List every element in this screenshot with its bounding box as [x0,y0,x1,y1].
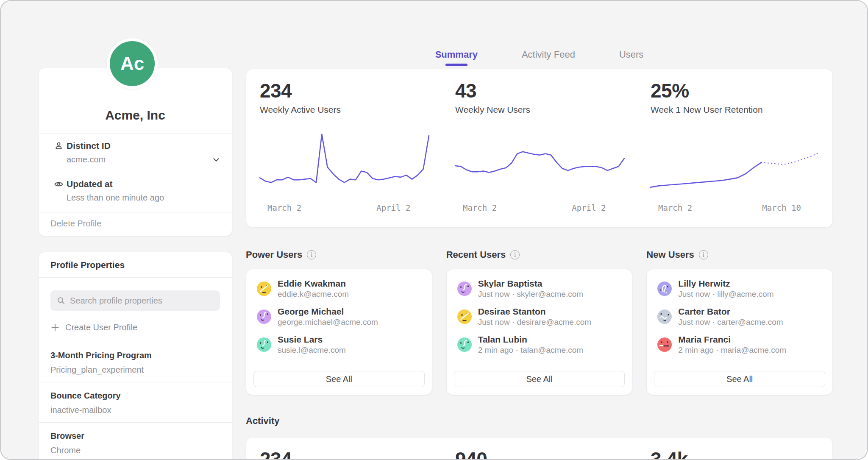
user-name: Carter Bator [678,306,783,317]
user-lists-row: Power Users Eddie Kwakman eddie.k@acme.c… [246,248,833,395]
user-name: Lilly Herwitz [678,278,773,289]
list-heading: Power Users [246,248,432,261]
user-avatar-face-icon [457,282,472,296]
summary-stats-card: 234 Weekly Active Users March 2 April 2 … [246,69,833,228]
list-item[interactable]: Lilly Herwitz Just now · lilly@acme.com [647,275,832,303]
user-detail: Just now · skyler@acme.com [478,289,583,299]
info-icon[interactable] [699,250,708,259]
list-title: Recent Users [446,249,506,260]
stat-value: 234 [260,449,429,460]
see-all-button[interactable]: See All [253,371,425,387]
updated-at-row: Updated at Less than one minute ago [39,171,232,212]
see-all-button[interactable]: See All [454,371,625,387]
user-list-card: Lilly Herwitz Just now · lilly@acme.com … [646,269,833,395]
user-avatar-face-icon [457,337,472,352]
user-detail: eddie.k@acme.com [278,289,349,299]
user-avatar-face-icon [257,309,271,324]
search-input[interactable] [70,296,214,306]
search-profile-properties[interactable] [50,290,220,311]
x-axis: March 2 April 2 [260,203,429,213]
user-name: Eddie Kwakman [278,278,349,289]
stat-week1-retention: 25% Week 1 New User Retention March 2 Ma… [637,69,832,227]
property-value: inactive-mailbox [50,404,220,415]
stat-value: 25% [651,80,820,101]
user-name: George Michael [278,306,378,317]
see-all-button[interactable]: See All [654,371,825,387]
x-axis-tick: April 2 [572,203,606,212]
stat-label: Weekly New Users [455,105,624,115]
list-item[interactable]: Desirae Stanton Just now · desirare@acme… [447,303,632,331]
tab-summary[interactable]: Summary [434,45,479,64]
x-axis-tick: April 2 [376,203,410,212]
x-axis-tick: March 2 [463,203,497,212]
list-item[interactable]: Maria Franci 2 min ago · maria@acme.com [647,331,832,359]
list-item[interactable]: Eddie Kwakman eddie.k@acme.com [246,275,432,303]
property-row[interactable]: Browser Chrome [39,422,232,460]
profile-properties-title: Profile Properties [39,252,232,278]
list-item[interactable]: Talan Lubin 2 min ago · talan@acme.com [447,331,632,359]
delete-profile-row[interactable]: Delete Profile [39,212,232,237]
property-row[interactable]: 3-Month Pricing Program Pricing_plan_exp… [39,342,232,382]
list-title: Power Users [246,249,302,260]
property-value: Pricing_plan_experiment [50,364,220,375]
user-avatar-face-icon [657,337,672,352]
x-axis-tick: March 10 [762,203,801,212]
user-detail: 2 min ago · talan@acme.com [478,345,583,355]
field-label: Distinct ID [67,140,220,151]
user-detail: 2 min ago · maria@acme.com [678,345,786,355]
search-icon [56,296,66,305]
user-avatar-face-icon [457,309,472,324]
field-value: acme.com [67,154,220,165]
info-icon[interactable] [307,250,316,259]
activity-stat: 3.4k [637,438,832,460]
activity-stat: 234 [246,438,442,460]
list-title: New Users [646,249,694,260]
user-detail: Just now · lilly@acme.com [678,289,773,299]
delete-profile-button[interactable]: Delete Profile [50,219,101,228]
list-item[interactable]: Susie Lars susie.l@acme.com [246,331,432,359]
list-item[interactable]: Carter Bator Just now · carter@acme.com [647,303,832,331]
stat-value: 43 [455,80,624,101]
user-avatar-face-icon [257,282,271,296]
property-name: Browser [50,430,220,441]
property-name: Bounce Category [50,390,220,401]
activity-stat: 940 [442,438,637,460]
user-name: Talan Lubin [478,334,583,345]
power-users-group: Power Users Eddie Kwakman eddie.k@acme.c… [246,248,432,395]
property-value: Chrome [50,445,220,456]
info-icon[interactable] [510,250,520,259]
new-users-group: New Users Lilly Herwitz Just now · lilly… [646,248,833,395]
create-user-profile-label: Create User Profile [65,323,137,332]
x-axis: March 2 March 10 [651,203,820,213]
tab-activity-feed[interactable]: Activity Feed [520,45,577,64]
tab-bar: Summary Activity Feed Users [246,42,833,67]
recent-users-group: Recent Users Skylar Baptista Just now · … [446,248,633,395]
user-name: Skylar Baptista [478,278,583,289]
user-detail: susie.l@acme.com [278,345,346,355]
distinct-id-row[interactable]: Distinct ID acme.com [39,134,232,171]
stat-label: Week 1 New User Retention [651,105,820,115]
list-heading: Recent Users [446,248,633,261]
sparkline-chart [260,130,429,201]
user-avatar-face-icon [257,337,271,352]
chevron-down-icon[interactable] [211,155,221,164]
tab-users[interactable]: Users [618,45,645,64]
list-heading: New Users [646,248,833,261]
eye-icon [54,179,64,189]
property-name: 3-Month Pricing Program [50,350,220,361]
create-user-profile-button[interactable]: Create User Profile [50,319,220,335]
x-axis-tick: March 2 [267,203,301,212]
user-detail: Just now · carter@acme.com [678,317,783,327]
stat-weekly-new-users: 43 Weekly New Users March 2 April 2 [442,69,637,227]
x-axis: March 2 April 2 [455,203,624,213]
x-axis-tick: March 2 [658,203,692,212]
stat-label: Weekly Active Users [260,105,429,115]
stat-value: 3.4k [651,449,820,460]
stat-value: 940 [455,449,624,460]
list-item[interactable]: George Michael george.michael@acme.com [246,303,432,331]
user-detail: george.michael@acme.com [278,317,378,327]
property-row[interactable]: Bounce Category inactive-mailbox [39,382,232,422]
list-item[interactable]: Skylar Baptista Just now · skyler@acme.c… [447,275,632,303]
activity-card: 234 940 3.4k [246,437,833,460]
user-list-card: Eddie Kwakman eddie.k@acme.com George Mi… [246,269,432,395]
